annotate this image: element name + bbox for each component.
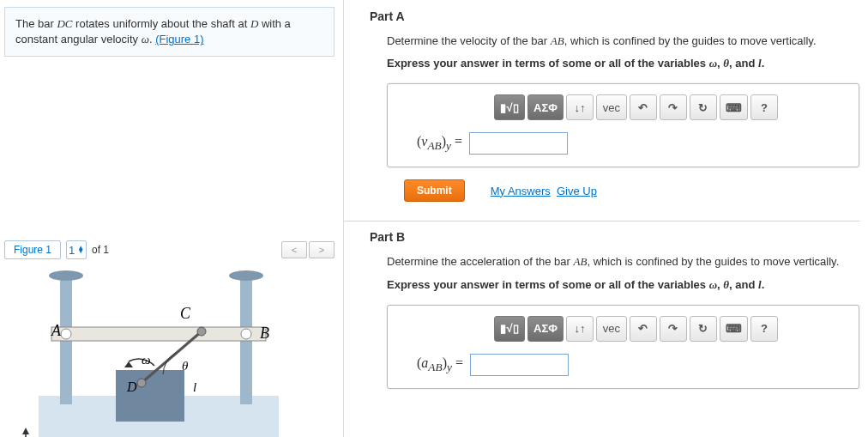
equation-toolbar: ▮√▯ ΑΣΦ ↓↑ vec ↶ ↷ ↻ ⌨ ? <box>494 94 847 120</box>
keyboard-button[interactable]: ⌨ <box>720 94 748 120</box>
var-omega: ω <box>142 33 149 46</box>
subsup-button[interactable]: ↓↑ <box>566 94 594 120</box>
svg-point-4 <box>229 270 263 281</box>
txt: rotates uniformly about the shaft at <box>72 17 250 30</box>
vec-button[interactable]: vec <box>596 94 627 120</box>
figure-number: 1 <box>69 244 75 257</box>
keyboard-button[interactable]: ⌨ <box>720 316 748 342</box>
figure-next-button[interactable]: > <box>309 241 335 258</box>
redo-button[interactable]: ↷ <box>660 316 687 342</box>
part-a-express: Express your answer in terms of some or … <box>387 56 859 71</box>
reset-button[interactable]: ↻ <box>690 316 717 342</box>
figure-count: of 1 <box>92 244 109 256</box>
svg-marker-12 <box>124 361 133 367</box>
part-a-answer-box: ▮√▯ ΑΣΦ ↓↑ vec ↶ ↷ ↻ ⌨ ? (vAB)y = <box>387 83 859 167</box>
undo-button[interactable]: ↶ <box>630 316 657 342</box>
greek-button[interactable]: ΑΣΦ <box>527 316 564 342</box>
var-dc: DC <box>57 17 72 30</box>
svg-point-10 <box>137 379 146 387</box>
svg-text:C: C <box>180 305 191 322</box>
part-b-answer-box: ▮√▯ ΑΣΦ ↓↑ vec ↶ ↷ ↻ ⌨ ? (aAB)y = <box>387 305 859 389</box>
figure-number-spinner[interactable]: 1 ▲▼ <box>66 240 87 259</box>
part-a-title: Part A <box>370 9 859 23</box>
svg-text:A: A <box>51 322 62 339</box>
part-b-express: Express your answer in terms of some or … <box>387 277 859 293</box>
greek-button[interactable]: ΑΣΦ <box>527 94 564 120</box>
redo-button[interactable]: ↷ <box>660 94 687 120</box>
subsup-button[interactable]: ↓↑ <box>566 316 594 342</box>
submit-button[interactable]: Submit <box>404 179 465 202</box>
svg-text:ω: ω <box>142 353 151 367</box>
give-up-link[interactable]: Give Up <box>557 185 597 197</box>
svg-point-3 <box>49 270 83 281</box>
var-ab: AB <box>551 34 564 47</box>
divider <box>344 221 859 222</box>
part-a-prompt: Determine the velocity of the bar AB, wh… <box>387 33 859 49</box>
svg-rect-8 <box>116 370 184 422</box>
help-button[interactable]: ? <box>750 94 778 120</box>
part-b-prompt: Determine the acceleration of the bar AB… <box>387 254 859 270</box>
svg-text:D: D <box>126 379 137 394</box>
var-d: D <box>250 17 258 30</box>
my-answers-link[interactable]: My Answers <box>491 185 551 197</box>
help-button[interactable]: ? <box>750 316 778 342</box>
part-a-answer-input[interactable] <box>469 132 568 155</box>
svg-marker-22 <box>22 428 29 434</box>
figure-link[interactable]: (Figure 1) <box>155 33 203 46</box>
part-b-eq-label: (aAB)y = <box>417 355 463 374</box>
problem-statement: The bar DC rotates uniformly about the s… <box>4 7 335 57</box>
svg-text:θ: θ <box>182 359 189 373</box>
figure-panel: Figure 1 1 ▲▼ of 1 < > <box>4 237 335 437</box>
reset-button[interactable]: ↻ <box>690 94 717 120</box>
part-b-title: Part B <box>370 230 859 244</box>
vec-button[interactable]: vec <box>596 316 627 342</box>
svg-point-7 <box>241 329 251 339</box>
figure-prev-button[interactable]: < <box>281 241 307 258</box>
svg-text:l: l <box>193 380 196 394</box>
templates-button[interactable]: ▮√▯ <box>494 316 525 342</box>
figure-canvas: A B C D ω θ l y <box>4 263 335 437</box>
txt: The bar <box>15 17 57 30</box>
undo-button[interactable]: ↶ <box>630 94 657 120</box>
svg-point-11 <box>197 327 206 336</box>
part-b-answer-input[interactable] <box>470 354 569 376</box>
figure-tab[interactable]: Figure 1 <box>4 240 61 259</box>
svg-text:B: B <box>260 325 269 342</box>
spinner-arrows: ▲▼ <box>77 246 84 255</box>
templates-button[interactable]: ▮√▯ <box>494 94 525 120</box>
svg-rect-5 <box>51 327 266 341</box>
equation-toolbar: ▮√▯ ΑΣΦ ↓↑ vec ↶ ↷ ↻ ⌨ ? <box>494 316 847 342</box>
part-a-eq-label: (vAB)y = <box>417 134 462 153</box>
var-ab: AB <box>574 255 588 268</box>
svg-point-6 <box>61 329 71 339</box>
